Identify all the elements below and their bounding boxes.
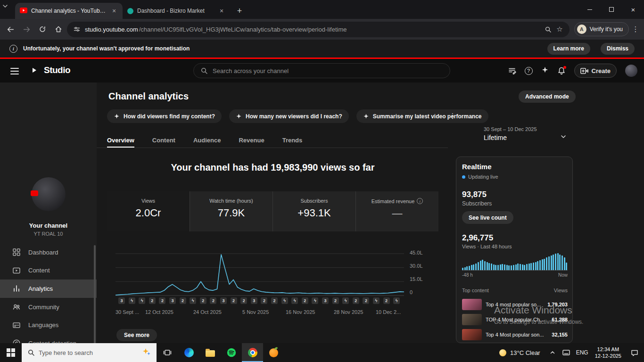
realtime-48h-bar-chart[interactable]	[462, 253, 568, 271]
back-icon[interactable]	[3, 22, 18, 37]
search-icon[interactable]	[545, 26, 552, 33]
tray-chevron-up-icon[interactable]	[546, 343, 559, 362]
create-button[interactable]: Create	[574, 64, 617, 78]
video-publish-marker[interactable]: 2	[240, 297, 247, 304]
fl-studio-taskbar-icon[interactable]	[263, 343, 284, 362]
reload-icon[interactable]	[35, 22, 50, 37]
help-icon[interactable]: ?	[525, 67, 533, 75]
edge-taskbar-icon[interactable]	[178, 343, 199, 362]
shorts-publish-marker[interactable]: ϟ	[129, 297, 135, 304]
video-publish-marker[interactable]: 2	[231, 297, 237, 304]
channel-avatar[interactable]	[32, 177, 66, 211]
shorts-publish-marker[interactable]: ϟ	[312, 297, 318, 304]
video-publish-marker[interactable]: 2	[363, 297, 369, 304]
top-content-row[interactable]: Top 4 Most popular son... 32,155	[462, 329, 568, 341]
chip-how-found[interactable]: How did viewers find my content?	[107, 109, 222, 123]
window-close-button[interactable]: ×	[622, 0, 644, 19]
window-maximize-button[interactable]	[601, 0, 622, 19]
video-publish-marker[interactable]: 2	[271, 297, 278, 304]
shorts-publish-marker[interactable]: ϟ	[190, 297, 196, 304]
tab-overview[interactable]: Overview	[107, 133, 134, 148]
shorts-publish-marker[interactable]: ϟ	[281, 297, 288, 304]
hamburger-menu-icon[interactable]	[10, 68, 19, 76]
video-publish-marker[interactable]: 2	[261, 297, 267, 304]
taskbar-search-input[interactable]	[39, 349, 139, 356]
dismiss-button[interactable]: Dismiss	[601, 43, 635, 55]
video-publish-marker[interactable]: 3	[322, 297, 329, 304]
advanced-mode-button[interactable]: Advanced mode	[519, 90, 576, 103]
sidebar-item-analytics[interactable]: Analytics	[0, 280, 97, 298]
youtube-studio-logo[interactable]: Studio	[27, 65, 70, 75]
video-publish-marker[interactable]: 2	[210, 297, 216, 304]
profile-verify-chip[interactable]: A Verify it's you	[574, 22, 629, 36]
metric-estimated-revenue[interactable]: Estimated revenue i —	[355, 191, 438, 231]
language-indicator[interactable]: ENG	[573, 343, 591, 362]
video-publish-marker[interactable]: 2	[383, 297, 390, 304]
metric-views[interactable]: Views 2.0Cr	[107, 191, 190, 231]
video-publish-marker[interactable]: 3	[251, 297, 257, 304]
see-more-button[interactable]: See more	[116, 329, 157, 341]
views-line-chart[interactable]	[116, 250, 404, 296]
metric-watch-time[interactable]: Watch time (hours) 77.9K	[190, 191, 272, 231]
video-publish-marker[interactable]: 2	[159, 297, 165, 304]
sidebar-item-content[interactable]: Content	[0, 262, 97, 280]
video-publish-marker[interactable]: 2	[332, 297, 339, 304]
tab-revenue[interactable]: Revenue	[239, 133, 264, 148]
taskbar-clock[interactable]: 12:34 AM 12-12-2025	[591, 343, 625, 362]
video-publish-marker[interactable]: 3	[118, 297, 125, 304]
new-tab-button[interactable]: +	[233, 4, 246, 17]
video-publish-marker[interactable]: 2	[353, 297, 359, 304]
task-view-button[interactable]	[157, 343, 178, 362]
shorts-publish-marker[interactable]: ϟ	[342, 297, 349, 304]
sparkle-icon[interactable]	[541, 66, 549, 75]
chips-menu-icon[interactable]: ⋮	[447, 112, 458, 120]
video-publish-marker[interactable]: 2	[180, 297, 186, 304]
site-settings-icon[interactable]	[74, 26, 80, 33]
tab-content[interactable]: Content	[152, 133, 175, 148]
shorts-publish-marker[interactable]: ϟ	[291, 297, 298, 304]
video-publish-marker[interactable]: 2	[149, 297, 156, 304]
chip-summarise[interactable]: Summarise my latest video performance	[356, 109, 488, 123]
tab-close-icon[interactable]: ×	[110, 7, 118, 15]
feedback-notes-icon[interactable]	[508, 66, 516, 75]
chrome-taskbar-icon[interactable]	[242, 343, 263, 362]
forward-icon[interactable]	[19, 22, 34, 37]
shorts-publish-marker[interactable]: ϟ	[139, 297, 145, 304]
taskbar-search-box[interactable]	[22, 343, 157, 362]
address-bar[interactable]: studio.youtube.com /channel/UC95lfLvGVoI…	[67, 22, 570, 37]
studio-search-input[interactable]	[213, 67, 443, 74]
browser-menu-icon[interactable]: ⋮	[630, 25, 641, 33]
home-icon[interactable]	[51, 22, 66, 37]
learn-more-button[interactable]: Learn more	[547, 43, 590, 55]
see-live-count-button[interactable]: See live count	[462, 211, 513, 224]
touch-keyboard-icon[interactable]	[559, 343, 573, 362]
bookmark-star-icon[interactable]: ☆	[556, 25, 562, 33]
notifications-bell-icon[interactable]	[557, 66, 566, 75]
tab-close-icon[interactable]: ×	[218, 7, 225, 15]
file-explorer-taskbar-icon[interactable]	[199, 343, 221, 362]
tab-trends[interactable]: Trends	[282, 133, 303, 148]
chip-new-viewers[interactable]: How many new viewers did I reach?	[229, 109, 349, 123]
video-publish-marker[interactable]: 2	[200, 297, 206, 304]
browser-tab-dashboard[interactable]: Dashboard - Bizkro Market ×	[123, 3, 230, 19]
studio-search-bar[interactable]	[193, 63, 450, 78]
sidebar-item-community[interactable]: Community	[0, 298, 97, 316]
window-minimize-button[interactable]	[579, 0, 601, 19]
video-publish-marker[interactable]: 3	[220, 297, 227, 304]
shorts-publish-marker[interactable]: ϟ	[373, 297, 380, 304]
account-avatar[interactable]	[625, 65, 637, 77]
action-center-icon[interactable]	[625, 343, 644, 362]
video-publish-marker[interactable]: 3	[169, 297, 176, 304]
period-selector[interactable]: Lifetime	[484, 134, 507, 141]
browser-tab-youtube-studio[interactable]: Channel analytics - YouTube St ×	[15, 3, 123, 19]
start-button[interactable]	[0, 343, 22, 362]
metric-subscribers[interactable]: Subscribers +93.1K	[272, 191, 355, 231]
sidebar-item-languages[interactable]: Languages	[0, 316, 97, 334]
spotify-taskbar-icon[interactable]	[221, 343, 242, 362]
weather-widget[interactable]: 13°C Clear	[494, 343, 546, 362]
tab-search-chevron-icon[interactable]	[2, 3, 15, 16]
shorts-publish-marker[interactable]: ϟ	[393, 297, 400, 304]
sidebar-item-dashboard[interactable]: Dashboard	[0, 243, 97, 262]
tab-audience[interactable]: Audience	[193, 133, 221, 148]
chevron-down-icon[interactable]	[559, 132, 568, 141]
